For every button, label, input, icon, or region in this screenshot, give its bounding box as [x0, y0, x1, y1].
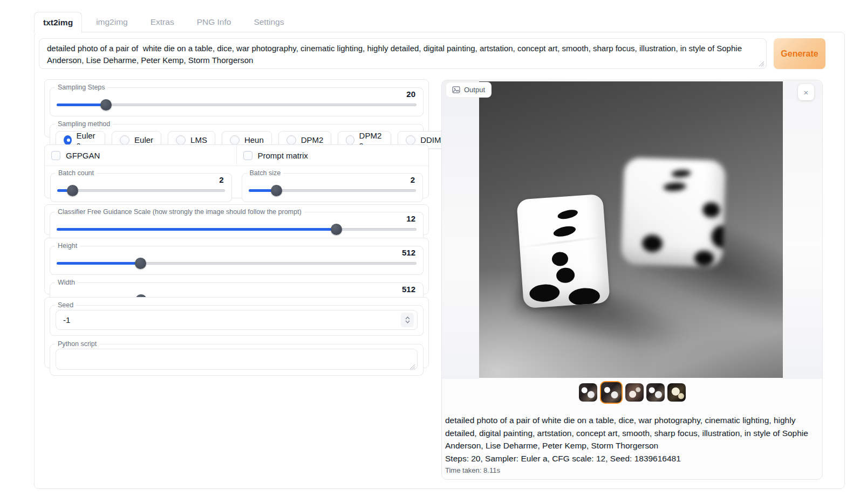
tab-PNG Info[interactable]: PNG Info	[188, 12, 240, 32]
toggles-panel: GFPGAN Prompt matrix Batch count 2 Batch…	[44, 144, 429, 198]
radio-icon[interactable]	[64, 135, 72, 145]
batch-size-slider[interactable]	[249, 185, 417, 196]
slider-knob[interactable]	[67, 185, 78, 196]
output-header: Output	[446, 82, 491, 97]
close-button[interactable]: ×	[798, 84, 814, 100]
sampling-steps-value: 20	[51, 89, 422, 99]
tab-Extras[interactable]: Extras	[142, 12, 183, 32]
sampling-steps-label: Sampling Steps	[55, 84, 108, 91]
sampling-steps-slider[interactable]	[57, 99, 417, 111]
gfpgan-checkbox[interactable]	[51, 151, 60, 160]
radio-label: DPM2	[301, 135, 324, 144]
height-value: 512	[51, 248, 422, 257]
close-icon: ×	[804, 88, 809, 97]
generate-button[interactable]: Generate	[774, 38, 825, 69]
batch-count-fieldset: Batch count 2	[50, 169, 232, 202]
radio-icon[interactable]	[230, 135, 240, 145]
prompt-box: detailed photo of a pair of white die on…	[39, 38, 767, 69]
width-value: 512	[51, 285, 422, 294]
resize-handle-icon[interactable]	[409, 364, 415, 370]
gallery-thumb-2[interactable]	[600, 381, 623, 404]
slider-fill	[57, 228, 336, 231]
gallery-left-strip	[442, 80, 479, 379]
radio-icon[interactable]	[120, 135, 129, 145]
prompt-input[interactable]: detailed photo of a pair of white die on…	[39, 39, 766, 68]
slider-fill	[57, 262, 140, 265]
tab-txt2img[interactable]: txt2img	[34, 12, 82, 33]
tab-bar: txt2imgimg2imgExtrasPNG InfoSettings	[34, 12, 292, 33]
radio-icon[interactable]	[346, 135, 354, 145]
die-right	[621, 157, 726, 267]
seed-panel: Seed Python script	[44, 297, 429, 368]
cfg-panel: Classifier Free Guidance Scale (how stro…	[44, 204, 429, 235]
divider	[236, 145, 237, 165]
batch-count-label: Batch count	[56, 169, 97, 177]
height-fieldset: Height 512	[50, 242, 424, 275]
output-caption: detailed photo of a pair of white die on…	[445, 409, 820, 474]
cfg-slider[interactable]	[57, 224, 417, 235]
slider-knob[interactable]	[135, 258, 146, 269]
height-label: Height	[55, 242, 80, 250]
sampling-panel: Sampling Steps 20 Sampling method Euler …	[44, 79, 429, 137]
radio-label: Heun	[244, 135, 264, 144]
radio-label: Euler	[134, 135, 153, 144]
gfpgan-label: GFPGAN	[66, 151, 100, 160]
cfg-fieldset: Classifier Free Guidance Scale (how stro…	[50, 208, 424, 241]
radio-icon[interactable]	[176, 135, 186, 145]
slider-track[interactable]	[57, 189, 225, 192]
cfg-label: Classifier Free Guidance Scale (how stro…	[55, 208, 304, 216]
gfpgan-option[interactable]: GFPGAN	[45, 145, 237, 165]
width-label: Width	[55, 279, 78, 286]
tab-Settings[interactable]: Settings	[245, 12, 292, 32]
slider-knob[interactable]	[331, 224, 342, 235]
python-script-input[interactable]	[56, 349, 418, 370]
dimensions-panel: Height 512 Width 512	[44, 238, 429, 294]
die-left	[516, 194, 610, 309]
prompt-matrix-label: Prompt matrix	[258, 151, 308, 160]
gallery-thumb-4[interactable]	[646, 383, 665, 402]
python-script-label: Python script	[55, 340, 99, 348]
prompt-matrix-option[interactable]: Prompt matrix	[237, 145, 429, 165]
python-script-fieldset: Python script	[50, 340, 424, 376]
slider-knob[interactable]	[100, 99, 112, 111]
checkbox-row: GFPGAN Prompt matrix	[45, 145, 428, 166]
slider-fill	[57, 103, 106, 106]
seed-label: Seed	[55, 301, 76, 309]
prompt-matrix-checkbox[interactable]	[243, 151, 252, 160]
radio-icon[interactable]	[286, 135, 296, 145]
caption-params: Steps: 20, Sampler: Euler a, CFG scale: …	[445, 452, 819, 465]
radio-icon[interactable]	[406, 135, 415, 145]
chevron-down-icon	[405, 320, 410, 323]
height-slider[interactable]	[57, 258, 417, 269]
output-panel: Output × detailed photo of a pair of whi…	[441, 80, 823, 480]
tab-img2img[interactable]: img2img	[87, 12, 136, 32]
batch-count-slider[interactable]	[57, 185, 225, 196]
sampling-steps-fieldset: Sampling Steps 20	[50, 84, 424, 116]
resize-handle-icon[interactable]	[759, 61, 765, 67]
batch-size-fieldset: Batch size 2	[242, 169, 424, 202]
slider-knob[interactable]	[271, 185, 282, 196]
batch-size-label: Batch size	[247, 169, 284, 177]
gallery-thumb-1[interactable]	[579, 383, 597, 402]
generated-image[interactable]	[479, 81, 783, 378]
radio-label: LMS	[190, 135, 207, 144]
radio-label: DDIM	[420, 135, 441, 144]
time-taken: Time taken: 8.11s	[445, 466, 819, 474]
sampling-method-label: Sampling method	[55, 120, 113, 128]
batch-row: Batch count 2 Batch size 2	[45, 166, 428, 202]
seed-spinner[interactable]	[401, 313, 414, 327]
app-root: txt2imgimg2imgExtrasPNG InfoSettings det…	[0, 0, 860, 504]
image-icon	[452, 86, 460, 93]
gallery-right-strip	[783, 80, 823, 379]
output-label: Output	[464, 86, 485, 94]
caption-prompt: detailed photo of a pair of white die on…	[445, 414, 819, 452]
chevron-up-icon	[405, 316, 410, 320]
seed-fieldset: Seed	[50, 301, 424, 336]
seed-input[interactable]	[56, 310, 418, 330]
gallery-thumbs	[442, 379, 822, 406]
gallery-thumb-5[interactable]	[667, 383, 686, 402]
gallery-thumb-3[interactable]	[625, 383, 644, 402]
